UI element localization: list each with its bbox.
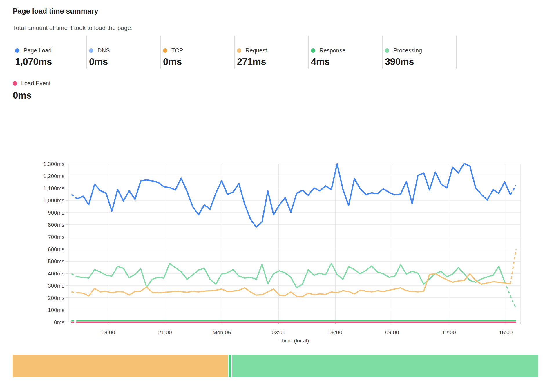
svg-text:100ms: 100ms bbox=[48, 307, 64, 313]
svg-text:400ms: 400ms bbox=[48, 271, 64, 277]
svg-text:900ms: 900ms bbox=[48, 210, 64, 216]
svg-text:300ms: 300ms bbox=[48, 283, 64, 289]
bar-segment-response bbox=[229, 355, 231, 377]
svg-text:600ms: 600ms bbox=[48, 246, 64, 252]
svg-text:06:00: 06:00 bbox=[328, 329, 342, 335]
svg-text:1,300ms: 1,300ms bbox=[43, 161, 64, 167]
svg-text:21:00: 21:00 bbox=[158, 329, 172, 335]
x-axis-title: Time (local) bbox=[280, 337, 309, 344]
svg-text:09:00: 09:00 bbox=[385, 329, 399, 335]
page-load-time-chart[interactable]: 0ms100ms200ms300ms400ms500ms600ms700ms80… bbox=[0, 0, 554, 351]
svg-text:200ms: 200ms bbox=[48, 295, 64, 301]
timing-breakdown-bar bbox=[13, 355, 538, 377]
svg-text:1,100ms: 1,100ms bbox=[43, 185, 64, 191]
svg-text:03:00: 03:00 bbox=[272, 329, 286, 335]
svg-text:1,200ms: 1,200ms bbox=[43, 173, 64, 179]
series-processing bbox=[71, 264, 516, 308]
bar-segment-processing bbox=[232, 355, 538, 377]
svg-text:18:00: 18:00 bbox=[101, 329, 115, 335]
svg-text:Mon 06: Mon 06 bbox=[213, 329, 231, 335]
series-request bbox=[71, 249, 516, 297]
series-page_load bbox=[71, 164, 516, 227]
bar-segment-request bbox=[13, 355, 228, 377]
chart-gridlines bbox=[66, 164, 521, 324]
svg-text:700ms: 700ms bbox=[48, 234, 64, 240]
svg-text:800ms: 800ms bbox=[48, 222, 64, 228]
svg-text:15:00: 15:00 bbox=[499, 329, 513, 335]
svg-text:12:00: 12:00 bbox=[442, 329, 456, 335]
svg-text:0ms: 0ms bbox=[54, 319, 64, 325]
svg-text:500ms: 500ms bbox=[48, 258, 64, 264]
svg-text:1,000ms: 1,000ms bbox=[43, 197, 64, 204]
